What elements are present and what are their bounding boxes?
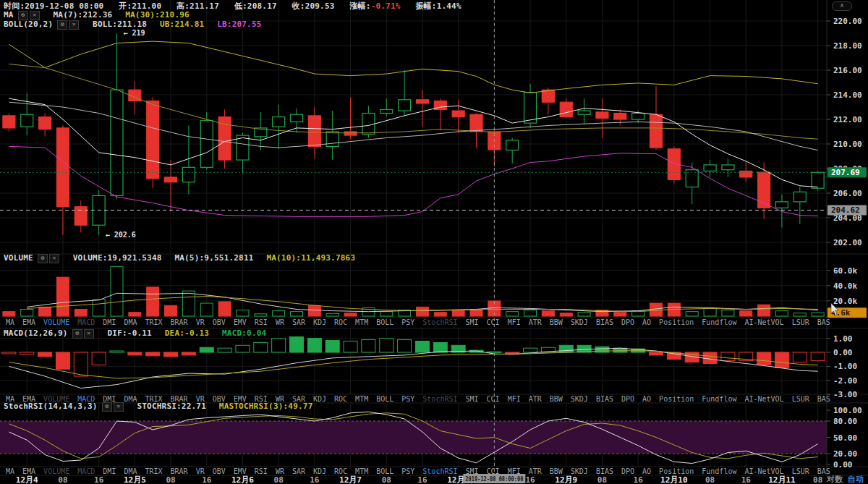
indicator-tab-rsi[interactable]: RSI	[255, 395, 268, 403]
indicator-tab-smi[interactable]: SMI	[466, 395, 479, 403]
indicator-tab-fundflow[interactable]: Fundflow	[702, 318, 736, 326]
indicator-tab-vr[interactable]: VR	[196, 395, 205, 403]
indicator-tab-rsi[interactable]: RSI	[255, 318, 268, 326]
indicator-tab-macd[interactable]: MACD	[77, 395, 95, 403]
indicator-tab-trix[interactable]: TRIX	[145, 395, 162, 403]
indicator-tab-smi[interactable]: SMI	[466, 467, 479, 475]
indicator-tab-wr[interactable]: WR	[276, 467, 284, 475]
indicator-tab-bbw[interactable]: BBW	[550, 395, 563, 403]
indicator-tab-brar[interactable]: BRAR	[171, 467, 188, 475]
indicator-tab-sar[interactable]: SAR	[292, 318, 305, 326]
indicator-tab-stochrsi[interactable]: StochRSI	[422, 467, 457, 475]
indicator-tab-psy[interactable]: PSY	[401, 318, 414, 326]
indicator-tab-kdj[interactable]: KDJ	[313, 395, 326, 403]
indicator-tab-obv[interactable]: OBV	[213, 395, 226, 403]
indicator-tab-dpo[interactable]: DPO	[621, 318, 634, 326]
indicator-tab-bias[interactable]: BIAS	[596, 395, 613, 403]
indicator-tab-smi[interactable]: SMI	[466, 318, 479, 326]
indicator-tab-bbw[interactable]: BBW	[550, 467, 563, 475]
indicator-tab-position[interactable]: Position	[659, 467, 694, 475]
indicator-tab-ao[interactable]: AO	[642, 395, 651, 403]
indicator-tab-lsur[interactable]: LSUR	[792, 318, 809, 326]
indicator-tab-volume[interactable]: VOLUME	[43, 467, 69, 475]
indicator-tab-fundflow[interactable]: Fundflow	[702, 395, 736, 403]
indicator-tab-kdj[interactable]: KDJ	[313, 467, 326, 475]
indicator-tab-trix[interactable]: TRIX	[145, 318, 162, 326]
indicator-tab-emv[interactable]: EMV	[234, 318, 247, 326]
indicator-tab-fundflow[interactable]: Fundflow	[702, 467, 736, 475]
close-icon[interactable]: ✕	[49, 254, 59, 263]
indicator-tab-macd[interactable]: MACD	[77, 318, 95, 326]
indicator-tab-basis[interactable]: BASIS	[817, 395, 830, 403]
indicator-tab-mtm[interactable]: MTM	[355, 467, 368, 475]
indicator-tab-lsur[interactable]: LSUR	[792, 467, 809, 475]
indicator-tab-cci[interactable]: CCI	[487, 467, 500, 475]
indicator-tab-sar[interactable]: SAR	[292, 395, 305, 403]
indicator-tab-ai-netvol[interactable]: AI-NetVOL	[744, 467, 783, 475]
indicator-tab-skdj[interactable]: SKDJ	[571, 467, 588, 475]
settings-icon[interactable]: ⚙	[38, 254, 48, 263]
indicator-tab-dpo[interactable]: DPO	[621, 395, 634, 403]
indicator-tab-ema[interactable]: EMA	[22, 467, 35, 475]
indicator-tab-stochrsi[interactable]: StochRSI	[422, 318, 457, 326]
indicator-tab-emv[interactable]: EMV	[234, 395, 247, 403]
indicator-tab-mtm[interactable]: MTM	[355, 395, 368, 403]
indicator-tab-trix[interactable]: TRIX	[145, 467, 162, 475]
indicator-tab-basis[interactable]: BASIS	[817, 318, 830, 326]
auto-scale-toggle[interactable]: 自动	[848, 475, 864, 484]
indicator-tab-kdj[interactable]: KDJ	[313, 318, 326, 326]
log-scale-toggle[interactable]: 对数	[827, 475, 843, 484]
indicator-tab-dma[interactable]: DMA	[124, 318, 137, 326]
indicator-tab-wr[interactable]: WR	[276, 395, 284, 403]
indicator-tab-position[interactable]: Position	[659, 318, 694, 326]
close-icon[interactable]: ✕	[84, 329, 94, 339]
indicator-tab-boll[interactable]: BOLL	[376, 318, 393, 326]
indicator-tab-obv[interactable]: OBV	[213, 318, 226, 326]
indicator-tab-brar[interactable]: BRAR	[171, 318, 188, 326]
indicator-tab-macd[interactable]: MACD	[77, 467, 95, 475]
indicator-tab-brar[interactable]: BRAR	[171, 395, 188, 403]
collapse-pane-button[interactable]: ∧	[832, 1, 852, 11]
indicator-tab-obv[interactable]: OBV	[213, 467, 226, 475]
indicator-tab-emv[interactable]: EMV	[234, 467, 247, 475]
indicator-tab-skdj[interactable]: SKDJ	[571, 395, 588, 403]
indicator-tab-position[interactable]: Position	[659, 395, 694, 403]
indicator-tab-ema[interactable]: EMA	[22, 395, 35, 403]
indicator-tab-psy[interactable]: PSY	[401, 395, 414, 403]
indicator-tab-lsur[interactable]: LSUR	[792, 395, 809, 403]
indicator-tab-mtm[interactable]: MTM	[355, 318, 368, 326]
indicator-tab-ai-netvol[interactable]: AI-NetVOL	[744, 395, 783, 403]
indicator-tab-bias[interactable]: BIAS	[596, 318, 613, 326]
indicator-tab-volume[interactable]: VOLUME	[43, 395, 69, 403]
indicator-tab-boll[interactable]: BOLL	[376, 395, 393, 403]
indicator-tab-ao[interactable]: AO	[642, 467, 651, 475]
indicator-tab-dpo[interactable]: DPO	[621, 467, 634, 475]
indicator-tab-mfi[interactable]: MFI	[508, 318, 521, 326]
indicator-tab-mfi[interactable]: MFI	[508, 467, 521, 475]
indicator-tab-mfi[interactable]: MFI	[508, 395, 521, 403]
indicator-tab-ai-netvol[interactable]: AI-NetVOL	[744, 318, 783, 326]
indicator-tab-boll[interactable]: BOLL	[376, 467, 393, 475]
indicator-tab-dmi[interactable]: DMI	[103, 395, 116, 403]
indicator-tab-ma[interactable]: MA	[6, 318, 14, 326]
settings-icon[interactable]: ⚙	[72, 329, 82, 339]
indicator-tab-ema[interactable]: EMA	[22, 318, 35, 326]
indicator-tab-stochrsi[interactable]: StochRSI	[422, 395, 457, 403]
indicator-tab-vr[interactable]: VR	[196, 318, 205, 326]
indicator-tab-ao[interactable]: AO	[642, 318, 651, 326]
indicator-tab-vr[interactable]: VR	[196, 467, 205, 475]
indicator-tab-atr[interactable]: ATR	[529, 395, 542, 403]
indicator-tab-bbw[interactable]: BBW	[550, 318, 563, 326]
indicator-tab-dmi[interactable]: DMI	[103, 467, 116, 475]
indicator-tab-bias[interactable]: BIAS	[596, 467, 613, 475]
indicator-tab-roc[interactable]: ROC	[334, 318, 347, 326]
indicator-tab-dmi[interactable]: DMI	[103, 318, 116, 326]
indicator-tab-skdj[interactable]: SKDJ	[571, 318, 588, 326]
indicator-tab-dma[interactable]: DMA	[124, 395, 137, 403]
indicator-tab-ma[interactable]: MA	[6, 467, 14, 475]
indicator-tab-dma[interactable]: DMA	[124, 467, 137, 475]
indicator-tab-psy[interactable]: PSY	[401, 467, 414, 475]
indicator-tab-volume[interactable]: VOLUME	[43, 318, 69, 326]
indicator-tab-roc[interactable]: ROC	[334, 467, 347, 475]
indicator-tab-ma[interactable]: MA	[6, 395, 14, 403]
